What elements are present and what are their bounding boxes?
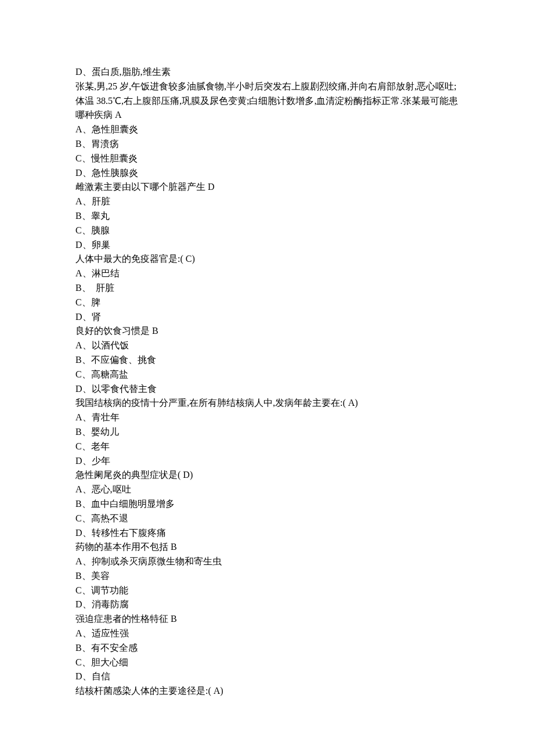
text-line: A、以酒代饭	[75, 339, 459, 353]
text-line: C、高热不退	[75, 512, 459, 526]
text-line: B、血中白细胞明显增多	[75, 497, 459, 512]
text-line: D、少年	[75, 454, 459, 469]
text-line: D、卵巢	[75, 238, 459, 253]
text-line: B、 肝脏	[75, 281, 459, 296]
text-line: A、急性胆囊炎	[75, 123, 459, 137]
text-line: D、转移性右下腹疼痛	[75, 526, 459, 541]
text-line: A、青壮年	[75, 411, 459, 425]
text-line: D、蛋白质,脂肪,维生素	[75, 65, 459, 80]
text-line: B、美容	[75, 569, 459, 584]
text-line: C、调节功能	[75, 584, 459, 598]
text-line: 雌激素主要由以下哪个脏器产生 D	[75, 180, 459, 195]
text-line: C、慢性胆囊炎	[75, 152, 459, 166]
text-line: C、胰腺	[75, 224, 459, 238]
text-line: D、消毒防腐	[75, 597, 459, 612]
text-line: D、自信	[75, 669, 459, 684]
text-line: B、婴幼儿	[75, 425, 459, 440]
text-line: 良好的饮食习惯是 B	[75, 324, 459, 339]
text-line: 张某,男,25 岁,午饭进食较多油腻食物,半小时后突发右上腹剧烈绞痛,并向右肩部…	[75, 80, 459, 123]
text-line: B、睾丸	[75, 209, 459, 224]
text-line: B、胃溃疡	[75, 137, 459, 152]
text-line: 强迫症患者的性格特征 B	[75, 612, 459, 627]
text-line: A、适应性强	[75, 627, 459, 641]
text-line: A、淋巴结	[75, 267, 459, 281]
text-line: B、有不安全感	[75, 641, 459, 656]
text-line: 急性阑尾炎的典型症状是( D)	[75, 468, 459, 483]
text-line: C、胆大心细	[75, 656, 459, 670]
document-page: D、蛋白质,脂肪,维生素 张某,男,25 岁,午饭进食较多油腻食物,半小时后突发…	[0, 0, 534, 756]
text-line: D、肾	[75, 310, 459, 325]
text-line: C、高糖高盐	[75, 368, 459, 382]
text-line: 药物的基本作用不包括 B	[75, 540, 459, 555]
text-line: C、脾	[75, 296, 459, 310]
text-line: D、以零食代替主食	[75, 382, 459, 397]
text-line: 人体中最大的免疫器官是:( C)	[75, 252, 459, 267]
text-line: A、肝脏	[75, 195, 459, 209]
text-line: B、不应偏食、挑食	[75, 353, 459, 368]
text-line: C、老年	[75, 440, 459, 454]
text-line: 结核杆菌感染人体的主要途径是:( A)	[75, 684, 459, 699]
text-line: D、急性胰腺炎	[75, 166, 459, 181]
text-line: A、抑制或杀灭病原微生物和寄生虫	[75, 555, 459, 569]
text-line: A、恶心,呕吐	[75, 483, 459, 497]
text-line: 我国结核病的疫情十分严重,在所有肺结核病人中,发病年龄主要在:( A)	[75, 396, 459, 411]
